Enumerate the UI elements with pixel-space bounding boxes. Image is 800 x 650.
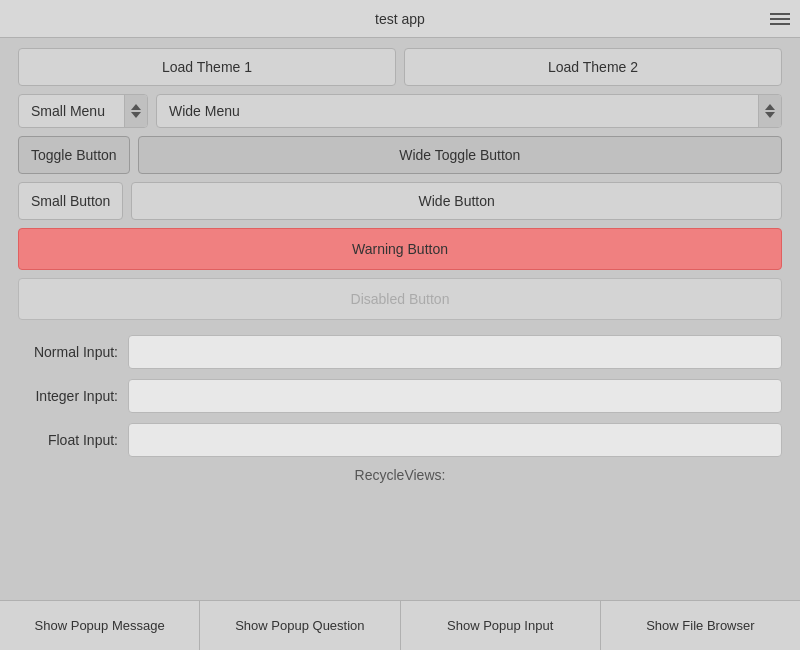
disabled-button: Disabled Button xyxy=(18,278,782,320)
show-popup-message-button[interactable]: Show Popup Message xyxy=(0,601,200,650)
disabled-section: Disabled Button xyxy=(18,278,782,320)
integer-input[interactable] xyxy=(128,379,782,413)
small-wide-row: Small Button Wide Button xyxy=(18,182,782,220)
wide-button[interactable]: Wide Button xyxy=(131,182,782,220)
menu-row: Small Menu Wide Menu xyxy=(18,94,782,128)
load-theme-1-button[interactable]: Load Theme 1 xyxy=(18,48,396,86)
wide-menu-arrows[interactable] xyxy=(758,95,781,127)
show-popup-question-button[interactable]: Show Popup Question xyxy=(200,601,400,650)
hamburger-menu-button[interactable] xyxy=(770,13,790,25)
show-file-browser-button[interactable]: Show File Browser xyxy=(601,601,800,650)
theme-buttons-row: Load Theme 1 Load Theme 2 xyxy=(18,48,782,86)
float-input-row: Float Input: xyxy=(18,423,782,457)
hamburger-line-2 xyxy=(770,18,790,20)
integer-input-row: Integer Input: xyxy=(18,379,782,413)
load-theme-2-button[interactable]: Load Theme 2 xyxy=(404,48,782,86)
wide-menu-arrow-down[interactable] xyxy=(765,112,775,118)
wide-menu-container[interactable]: Wide Menu xyxy=(156,94,782,128)
wide-toggle-button[interactable]: Wide Toggle Button xyxy=(138,136,782,174)
float-input-label: Float Input: xyxy=(18,432,128,448)
normal-input[interactable] xyxy=(128,335,782,369)
toggle-row: Toggle Button Wide Toggle Button xyxy=(18,136,782,174)
wide-menu-label: Wide Menu xyxy=(157,95,758,127)
app-title: test app xyxy=(375,11,425,27)
float-input[interactable] xyxy=(128,423,782,457)
toggle-button[interactable]: Toggle Button xyxy=(18,136,130,174)
small-menu-arrows[interactable] xyxy=(124,95,147,127)
small-menu-container[interactable]: Small Menu xyxy=(18,94,148,128)
small-menu-arrow-up[interactable] xyxy=(131,104,141,110)
wide-menu-arrow-up[interactable] xyxy=(765,104,775,110)
show-popup-input-button[interactable]: Show Popup Input xyxy=(401,601,601,650)
normal-input-label: Normal Input: xyxy=(18,344,128,360)
recycle-views-label: RecycleViews: xyxy=(18,467,782,483)
bottom-bar: Show Popup Message Show Popup Question S… xyxy=(0,600,800,650)
normal-input-row: Normal Input: xyxy=(18,335,782,369)
integer-input-label: Integer Input: xyxy=(18,388,128,404)
warning-button[interactable]: Warning Button xyxy=(18,228,782,270)
title-bar: test app xyxy=(0,0,800,38)
small-menu-arrow-down[interactable] xyxy=(131,112,141,118)
hamburger-line-3 xyxy=(770,23,790,25)
small-menu-label: Small Menu xyxy=(19,95,124,127)
warning-section: Warning Button xyxy=(18,228,782,270)
hamburger-line-1 xyxy=(770,13,790,15)
inputs-section: Normal Input: Integer Input: Float Input… xyxy=(18,335,782,457)
small-button[interactable]: Small Button xyxy=(18,182,123,220)
main-content: Load Theme 1 Load Theme 2 Small Menu Wid… xyxy=(0,38,800,503)
